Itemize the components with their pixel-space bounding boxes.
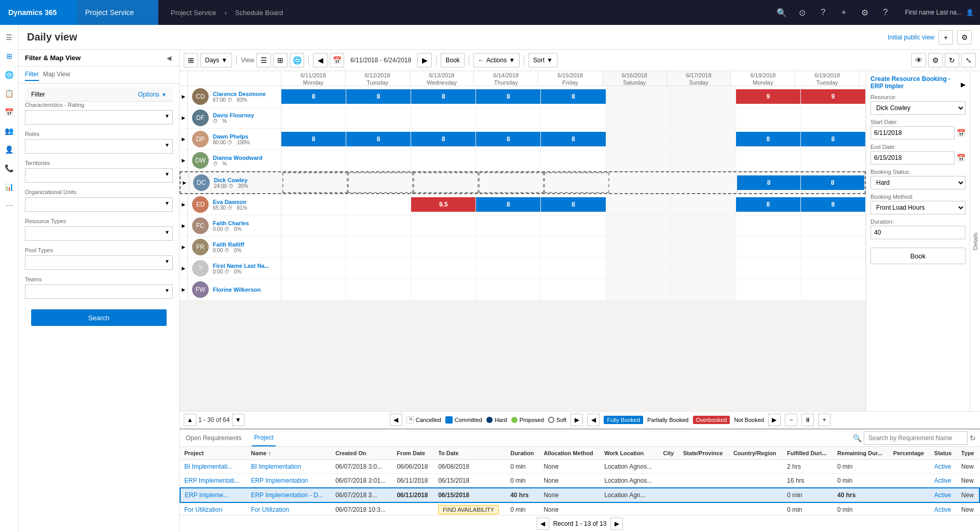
expand-dick[interactable]: ▶ [181, 172, 189, 193]
booking-panel-expand[interactable]: ▶ [961, 81, 965, 88]
name-eva[interactable]: Eva Dawson [213, 199, 247, 205]
list-view-btn[interactable]: ☰ [256, 53, 271, 67]
cell-dp-3[interactable]: 8 [476, 129, 541, 149]
cell-dp-2[interactable]: 8 [411, 129, 476, 149]
dashboard-icon[interactable]: ⊞ [1, 48, 18, 64]
eye-icon-btn[interactable]: 👁 [911, 53, 926, 67]
start-date-input[interactable] [870, 126, 955, 140]
grid-view-btn[interactable]: ⊞ [273, 53, 288, 67]
sort-btn[interactable]: Sort ▼ [528, 53, 557, 67]
circle-check-icon[interactable]: ⊙ [793, 3, 812, 22]
roles-select[interactable] [25, 139, 173, 154]
tasks-icon[interactable]: 📋 [1, 85, 18, 102]
cell-ed-7[interactable]: 8 [736, 194, 801, 215]
resource-types-select[interactable] [25, 226, 173, 241]
cell-c-0[interactable]: 8 [281, 86, 346, 107]
pause-btn[interactable]: ⏸ [801, 414, 814, 426]
next-page-btn[interactable]: ▶ [570, 414, 583, 426]
search-icon[interactable]: 🔍 [772, 3, 791, 22]
booking-status-select[interactable]: Hard [870, 176, 965, 189]
days-btn[interactable]: Days ▼ [200, 53, 232, 67]
grid-icon-btn[interactable]: ⊞ [184, 53, 198, 67]
add-view-btn[interactable]: + [938, 30, 953, 45]
resource-select[interactable]: Dick Cowley [870, 101, 965, 115]
settings-btn[interactable]: ⚙ [957, 30, 972, 45]
cell-dp-8[interactable]: 8 [801, 129, 866, 149]
book-confirm-btn[interactable]: Book [870, 248, 965, 264]
pool-types-select[interactable] [25, 255, 173, 270]
expand-faith-r[interactable]: ▶ [180, 237, 188, 257]
prev-record-btn[interactable]: ◀ [537, 517, 549, 530]
more-icon[interactable]: ⋯ [1, 197, 18, 214]
cell-dp-0[interactable]: 8 [281, 129, 346, 149]
table-row-bi[interactable]: BI Implementati... BI Implementation 06/… [180, 460, 979, 474]
name-faith-c[interactable]: Faith Charles [213, 220, 249, 226]
next-record-btn[interactable]: ▶ [610, 517, 623, 530]
report-icon[interactable]: 📊 [1, 179, 18, 195]
cell-c-8[interactable]: 9 [801, 86, 866, 107]
cell-c-1[interactable]: 8 [346, 86, 411, 107]
search-button[interactable]: Search [31, 309, 167, 326]
table-row-utilization[interactable]: For Utilization For Utilization 06/07/20… [180, 502, 979, 515]
end-date-input[interactable] [870, 151, 955, 165]
link-erp2-project[interactable]: ERP Impleme... [185, 492, 228, 499]
next-date-btn[interactable]: ▶ [417, 53, 432, 67]
help-icon[interactable]: ? [876, 3, 895, 22]
prev-date-btn[interactable]: ◀ [313, 53, 328, 67]
link-bi-status[interactable]: Active [934, 463, 951, 470]
link-erp2-name[interactable]: ERP Implementation - D... [251, 492, 323, 499]
cell-dp-1[interactable]: 8 [346, 129, 411, 149]
tab-open-requirements[interactable]: Open Requirements [184, 430, 243, 446]
link-util-project[interactable]: For Utilization [184, 506, 222, 513]
hamburger-icon[interactable]: ☰ [1, 29, 18, 46]
filter-options-label[interactable]: Options [138, 91, 159, 98]
next-range-btn[interactable]: ▶ [768, 414, 781, 426]
name-firstname[interactable]: First Name Last Na... [213, 263, 269, 269]
expand-dawn[interactable]: ▶ [180, 129, 188, 149]
find-availability-badge[interactable]: FIND AVAILABILITY [438, 505, 499, 514]
cell-c-7[interactable]: 9 [736, 86, 801, 107]
toolbar-settings-btn[interactable]: ⚙ [928, 53, 943, 67]
settings-icon[interactable]: ⚙ [855, 3, 874, 22]
table-row-erp1[interactable]: ERP Implementati... ERP Implementation 0… [180, 474, 979, 488]
filter-options-chevron[interactable]: ▼ [161, 92, 167, 98]
globe-view-btn[interactable]: 🌐 [290, 53, 304, 67]
name-faith-r[interactable]: Faith Ratliff [213, 241, 244, 248]
breadcrumb-2[interactable]: Schedule Board [235, 9, 283, 17]
person-icon[interactable]: 👤 [1, 141, 18, 158]
expand-clarence[interactable]: ▶ [180, 86, 188, 107]
name-clarence[interactable]: Clarence Desimone [213, 91, 266, 97]
expand-down-btn[interactable]: ▼ [232, 414, 244, 426]
expand-up-btn[interactable]: ▲ [184, 414, 196, 426]
org-units-select[interactable] [25, 197, 173, 212]
link-erp2-status[interactable]: Active [934, 492, 951, 499]
link-bi-project[interactable]: BI Implementati... [184, 463, 233, 470]
cell-dc-7[interactable]: 8 [737, 172, 801, 193]
name-dianna[interactable]: Dianna Woodward [213, 155, 263, 161]
prev-page-btn[interactable]: ◀ [390, 414, 402, 426]
users-icon[interactable]: 👥 [1, 122, 18, 139]
name-davis[interactable]: Davis Flournoy [213, 112, 254, 118]
refresh-btn[interactable]: ↻ [945, 53, 959, 67]
duration-input[interactable] [870, 226, 965, 239]
project-service-nav[interactable]: Project Service [77, 0, 158, 25]
expand-btn[interactable]: ⤡ [961, 53, 976, 67]
expand-florine[interactable]: ▶ [180, 279, 188, 300]
actions-btn[interactable]: ← Actions ▼ [473, 53, 520, 67]
cell-ed-3[interactable]: 8 [476, 194, 541, 215]
details-sidebar[interactable]: Details [970, 71, 980, 411]
cell-ed-2[interactable]: 9.5 [411, 194, 476, 215]
link-util-status[interactable]: Active [934, 506, 951, 513]
cell-dp-4[interactable]: 8 [541, 129, 606, 149]
cell-dc-8[interactable]: 8 [801, 172, 865, 193]
start-date-calendar-icon[interactable]: 📅 [957, 129, 965, 137]
link-bi-name[interactable]: BI Implementation [251, 463, 301, 470]
globe-icon[interactable]: 🌐 [1, 66, 18, 83]
tab-project[interactable]: Project [252, 430, 275, 446]
expand-eva[interactable]: ▶ [180, 194, 188, 215]
view-label[interactable]: Initial public view [888, 34, 934, 41]
user-section[interactable]: First name Last na... 👤 [899, 9, 980, 16]
phone-icon[interactable]: 📞 [1, 160, 18, 176]
link-erp1-status[interactable]: Active [934, 477, 951, 484]
link-erp1-name[interactable]: ERP Implementation [251, 477, 308, 484]
